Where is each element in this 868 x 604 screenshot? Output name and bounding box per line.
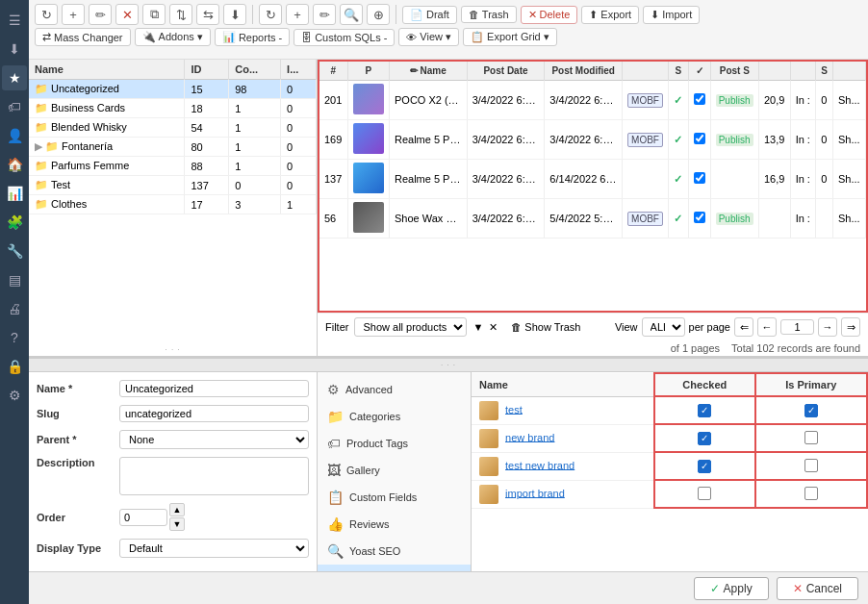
custom-fields-item[interactable]: 📋 Custom Fields <box>318 484 471 511</box>
edit2-button[interactable]: ✏ <box>313 4 336 25</box>
export-button[interactable]: ⬆Export <box>581 6 639 24</box>
order-down-btn[interactable]: ▼ <box>169 517 185 531</box>
brand-primary-checkbox[interactable] <box>804 431 818 444</box>
table-row[interactable]: ▶📁Fontanería 80 1 0 <box>29 138 317 157</box>
name-label: Name * <box>37 383 114 394</box>
list-item[interactable]: new brand ✓ <box>472 424 867 452</box>
prev-prev-page-btn[interactable]: ⇐ <box>734 317 753 337</box>
sidebar-star-icon[interactable]: ★ <box>2 65 27 90</box>
table-row[interactable]: 56 Shoe Wax Polish 3/4/2022 6:20:5 5/4/2… <box>319 199 866 239</box>
table-row[interactable]: 📁Uncategorized 15 98 0 <box>29 80 317 99</box>
display-type-field[interactable]: Default <box>119 539 309 558</box>
next-next-page-btn[interactable]: ⇒ <box>841 317 860 337</box>
download-button[interactable]: ⬇ <box>223 4 246 25</box>
view-select[interactable]: ALL <box>642 317 685 337</box>
sidebar-menu-icon[interactable]: ☰ <box>2 8 27 33</box>
filter-icon[interactable]: ▼ <box>472 321 483 333</box>
section-resize-handle[interactable]: · · · <box>29 358 868 372</box>
brand-link[interactable]: new brand <box>505 431 554 442</box>
reviews-item[interactable]: 👍 Reviews <box>318 511 471 538</box>
add2-button[interactable]: + <box>286 4 309 25</box>
table-row[interactable]: 📁Blended Whisky 54 1 0 <box>29 118 317 138</box>
sidebar-help-icon[interactable]: ? <box>2 325 27 350</box>
brand-checked-checkbox[interactable]: ✓ <box>698 432 711 445</box>
import-button[interactable]: ⬇Import <box>643 6 700 24</box>
list-item[interactable]: test new brand ✓ <box>472 452 867 480</box>
addons-button[interactable]: 🔌Addons ▾ <box>135 28 211 46</box>
description-field[interactable] <box>119 457 309 495</box>
view-button[interactable]: 👁View ▾ <box>398 28 459 46</box>
sidebar-wrench-icon[interactable]: 🔧 <box>2 239 27 264</box>
delete-icon-button[interactable]: ✕ <box>115 4 139 25</box>
brand-primary-checkbox[interactable] <box>804 487 818 500</box>
trash-button[interactable]: 🗑Trash <box>461 6 517 23</box>
brand-link[interactable]: test new brand <box>505 459 574 470</box>
table-row[interactable]: 📁Parfums Femme 88 1 0 <box>29 157 317 176</box>
draft-button[interactable]: 📄Draft <box>402 6 457 24</box>
order-up-btn[interactable]: ▲ <box>169 503 185 516</box>
brand-checked-checkbox[interactable]: ✓ <box>698 460 711 473</box>
resize-handle-horizontal[interactable]: · · · <box>29 343 317 356</box>
export-icon-button[interactable]: ⇆ <box>196 4 219 25</box>
product-tags-item[interactable]: 🏷 Product Tags <box>318 430 471 457</box>
parent-field[interactable]: None <box>119 430 309 449</box>
sidebar-puzzle-icon[interactable]: 🧩 <box>2 210 27 235</box>
gallery-item[interactable]: 🖼 Gallery <box>318 457 471 484</box>
cancel-button[interactable]: ✕ Cancel <box>777 577 858 600</box>
table-row[interactable]: 📁Business Cards 18 1 0 <box>29 99 317 118</box>
reports-button[interactable]: 📊Reports - <box>215 28 290 46</box>
brand-primary-checkbox[interactable] <box>804 459 818 472</box>
edit-button[interactable]: ✏ <box>89 4 112 25</box>
trash-btn-footer[interactable]: 🗑 Show Trash <box>511 321 580 333</box>
sidebar-home-icon[interactable]: 🏠 <box>2 152 27 177</box>
search2-button[interactable]: ⊕ <box>367 4 390 25</box>
sidebar-printer-icon[interactable]: 🖨 <box>2 296 27 321</box>
order-input[interactable] <box>119 509 167 526</box>
sidebar-gear-icon[interactable]: ⚙ <box>2 383 27 408</box>
prod-checkbox[interactable] <box>694 172 705 184</box>
next-page-btn[interactable]: → <box>818 317 837 337</box>
sidebar-tag-icon[interactable]: 🏷 <box>2 94 27 119</box>
search-button[interactable]: 🔍 <box>340 4 363 25</box>
brand-link[interactable]: test <box>505 403 523 415</box>
brand-checked-checkbox[interactable] <box>698 487 711 500</box>
slug-field[interactable] <box>119 405 309 422</box>
advanced-item[interactable]: ⚙ Advanced <box>318 376 471 403</box>
duplicate-button[interactable]: ⧉ <box>142 4 166 25</box>
sidebar-user-icon[interactable]: 👤 <box>2 123 27 148</box>
table-row[interactable]: 📁Test 137 0 0 <box>29 176 317 195</box>
delete-button[interactable]: ✕Delete <box>521 6 578 24</box>
mid-nav-panel: ⚙ Advanced 📁 Categories 🏷 Product Tags 🖼… <box>318 372 472 604</box>
yoast-seo-item[interactable]: 🔍 Yoast SEO <box>318 538 471 565</box>
prev-page-btn[interactable]: ← <box>757 317 777 337</box>
filter-select[interactable]: Show all products <box>354 317 467 337</box>
name-field[interactable] <box>119 380 309 397</box>
refresh-button[interactable]: ↻ <box>35 4 58 25</box>
list-item[interactable]: test ✓ ✓ <box>472 396 867 424</box>
sidebar-download-icon[interactable]: ⬇ <box>2 37 27 62</box>
import-icon-button[interactable]: ⇅ <box>169 4 192 25</box>
table-row[interactable]: 169 Realme 5 Pro (Cry 3/4/2022 6:20:5 3/… <box>319 120 866 160</box>
brand-link[interactable]: import brand <box>505 487 565 498</box>
prod-checkbox[interactable] <box>694 212 705 223</box>
table-row[interactable]: 📁Clothes 17 3 1 <box>29 195 317 214</box>
categories-item[interactable]: 📁 Categories <box>318 403 471 430</box>
sidebar-chart-icon[interactable]: 📊 <box>2 181 27 206</box>
export-grid-button[interactable]: 📋Export Grid ▾ <box>463 28 557 46</box>
table-row[interactable]: 201 POCO X2 (Atlanti 3/4/2022 6:20:5 3/4… <box>319 81 866 120</box>
prod-checkbox[interactable] <box>694 93 705 105</box>
sidebar-lock-icon[interactable]: 🔒 <box>2 354 27 379</box>
apply-button[interactable]: ✓ Apply <box>694 577 769 600</box>
prod-checkbox[interactable] <box>694 133 705 144</box>
sidebar-layers-icon[interactable]: ▤ <box>2 267 27 292</box>
brand-checked-checkbox[interactable]: ✓ <box>698 404 711 417</box>
refresh2-button[interactable]: ↻ <box>259 4 282 25</box>
clear-filter-icon[interactable]: ✕ <box>489 321 498 334</box>
table-row[interactable]: 137 Realme 5 Pro (Sp. 3/4/2022 6:20:5 6/… <box>319 160 866 199</box>
page-number-input[interactable] <box>780 319 814 335</box>
brand-primary-checkbox[interactable]: ✓ <box>804 404 818 417</box>
list-item[interactable]: import brand <box>472 480 867 508</box>
add-button[interactable]: + <box>62 4 85 25</box>
custom-sqls-button[interactable]: 🗄Custom SQLs - <box>294 29 395 46</box>
mass-changer-button[interactable]: ⇄Mass Changer <box>35 28 131 46</box>
